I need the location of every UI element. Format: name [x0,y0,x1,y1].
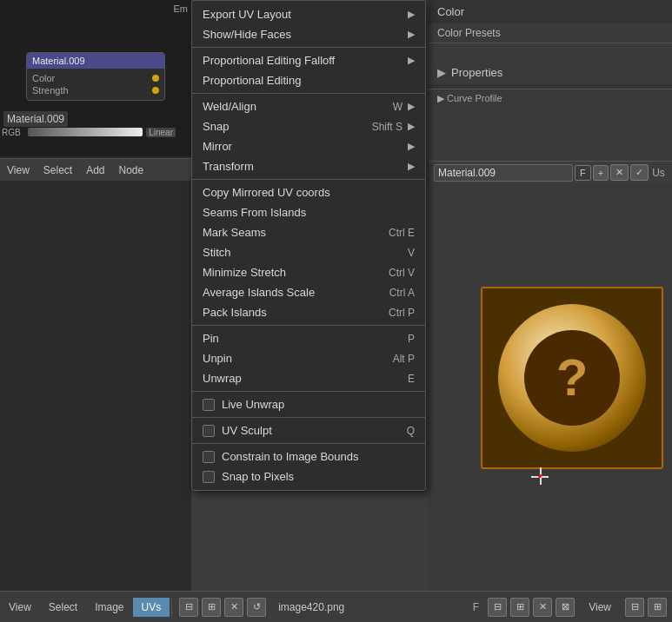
menu-view[interactable]: View [0,162,37,178]
ctx-arrow-export-uv: ▶ [408,9,415,20]
ctx-transform[interactable]: Transform ▶ [192,156,425,176]
bottom-image[interactable]: Image [86,598,132,617]
bottom-right-icons: ⊟ ⊞ ✕ ⊠ [482,598,580,617]
ctx-weld-align[interactable]: Weld/Align W ▶ [192,96,425,116]
top-menubar-left: View Select Add Node [0,158,191,181]
material-x-button[interactable]: ✕ [610,164,629,181]
node-strength-label: Strength [32,85,69,96]
ctx-shortcut-weld: W [393,101,403,113]
ctx-shortcut-uv-sculpt: Q [407,425,415,437]
rgb-slider[interactable] [28,128,143,136]
menu-add[interactable]: Add [79,162,111,178]
ctx-pin[interactable]: Pin P [192,328,425,348]
ctx-checkbox-constrain[interactable] [203,451,215,463]
ctx-constrain-image[interactable]: Constrain to Image Bounds [192,447,425,467]
bottom-icon-refresh[interactable]: ↺ [247,598,266,617]
ctx-shortcut-pin: P [408,333,415,345]
ctx-label-show-hide: Show/Hide Faces [203,28,408,41]
ctx-checkbox-uv-sculpt[interactable] [203,425,215,437]
ctx-sep-3 [192,179,425,180]
bottom-view-right[interactable]: View [580,598,620,617]
node-header: Material.009 [27,53,164,69]
bottom-icon-e[interactable]: ⊟ [625,598,644,617]
bottom-view[interactable]: View [0,598,40,617]
bottom-icon-2[interactable]: ⊞ [202,598,221,617]
properties-label: Properties [451,66,502,79]
ctx-label-snap: Snap [203,120,372,133]
ctx-shortcut-unpin: Alt P [393,353,415,365]
bottom-icon-c[interactable]: ✕ [533,598,552,617]
ctx-label-copy-mirrored: Copy Mirrored UV coords [203,186,415,199]
ctx-prop-editing[interactable]: Proportional Editing [192,70,425,90]
ctx-live-unwrap[interactable]: Live Unwrap [192,394,425,414]
material-plus-button[interactable]: + [593,165,609,181]
ctx-copy-mirrored[interactable]: Copy Mirrored UV coords [192,182,425,202]
ctx-snap[interactable]: Snap Shift S ▶ [192,116,425,136]
bottom-uvs[interactable]: UVs [133,598,170,617]
node-block: Material.009 Color Strength [26,52,165,101]
ctx-stitch[interactable]: Stitch V [192,242,425,262]
ctx-label-constrain: Constrain to Image Bounds [222,450,415,463]
rgb-label: RGB [2,128,28,137]
menu-select[interactable]: Select [37,162,79,178]
curve-profile-label: ▶ Curve Profile [429,89,672,108]
material-check-button[interactable]: ✓ [630,164,649,181]
ctx-label-mark-seams: Mark Seams [203,226,389,239]
node-row-strength: Strength [32,84,159,96]
ctx-label-weld: Weld/Align [203,100,393,113]
ctx-sep-4 [192,325,425,326]
ctx-mark-seams[interactable]: Mark Seams Ctrl E [192,222,425,242]
ctx-prop-falloff[interactable]: Proportional Editing Falloff ▶ [192,50,425,70]
ctx-label-seams: Seams From Islands [203,206,415,219]
menu-node[interactable]: Node [112,162,151,178]
material-f-button[interactable]: F [575,165,591,181]
bottom-icon-f[interactable]: ⊞ [648,598,667,617]
ctx-arrow-weld: ▶ [408,101,415,112]
ctx-label-uv-sculpt: UV Sculpt [222,424,407,437]
ctx-pack-islands[interactable]: Pack Islands Ctrl P [192,302,425,322]
ctx-arrow-snap: ▶ [408,121,415,132]
bottom-far-right-icons: ⊟ ⊞ [620,598,672,617]
ctx-arrow-prop-falloff: ▶ [408,55,415,66]
ctx-seams-from-islands[interactable]: Seams From Islands [192,202,425,222]
properties-header: ▶ Properties [429,61,672,84]
node-strength-dot [152,87,159,94]
ctx-minimize-stretch[interactable]: Minimize Stretch Ctrl V [192,262,425,282]
bottom-select[interactable]: Select [40,598,86,617]
node-color-dot [152,75,159,82]
ctx-label-minimize: Minimize Stretch [203,266,389,279]
ctx-shortcut-minimize: Ctrl V [389,267,415,279]
bottom-icon-group: ⊟ ⊞ ✕ ↺ [174,598,271,617]
material-bar: F + ✕ ✓ Us [429,161,672,183]
ctx-mirror[interactable]: Mirror ▶ [192,136,425,156]
ctx-show-hide-faces[interactable]: Show/Hide Faces ▶ [192,24,425,44]
ctx-label-mirror: Mirror [203,140,408,153]
ctx-unwrap[interactable]: Unwrap E [192,368,425,388]
bottom-icon-a[interactable]: ⊟ [488,598,507,617]
material-label: Material.009 [3,111,68,127]
bottom-icon-b[interactable]: ⊞ [510,598,529,617]
ctx-checkbox-live-unwrap[interactable] [203,399,215,411]
ctx-uv-sculpt[interactable]: UV Sculpt Q [192,420,425,440]
rgb-row: RGB Linear [2,126,176,138]
ctx-label-stitch: Stitch [203,246,408,259]
material-name-input[interactable] [434,164,573,182]
ctx-snap-pixels[interactable]: Snap to Pixels [192,467,425,486]
bottom-icon-1[interactable]: ⊟ [179,598,198,617]
ctx-label-unwrap: Unwrap [203,372,408,385]
ctx-unpin[interactable]: Unpin Alt P [192,348,425,368]
bottom-filename: image420.png [271,601,469,613]
ctx-export-uv-layout[interactable]: Export UV Layout ▶ [192,4,425,24]
ctx-label-prop-editing: Proportional Editing [203,74,415,87]
ctx-label-prop-falloff: Proportional Editing Falloff [203,54,408,67]
bottom-icon-close[interactable]: ✕ [224,598,243,617]
bottom-icon-d[interactable]: ⊠ [556,598,575,617]
cursor-cross [531,467,549,485]
ctx-shortcut-unwrap: E [408,373,415,385]
bottom-sep-1 [171,599,172,616]
ctx-arrow-mirror: ▶ [408,141,415,152]
ctx-label-live-unwrap: Live Unwrap [222,398,415,411]
ctx-avg-islands[interactable]: Average Islands Scale Ctrl A [192,282,425,302]
ctx-checkbox-snap-pixels[interactable] [203,471,215,483]
linear-label: Linear [146,128,176,137]
